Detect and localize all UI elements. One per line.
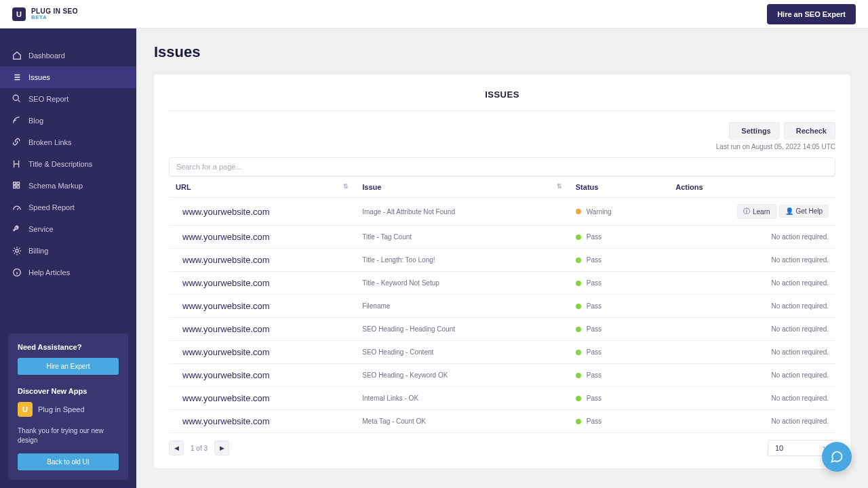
status-label: Warning [587,208,612,216]
actions-cell: No action required. [669,341,835,364]
table-row: www.yourwebsite.comMeta Tag - Count OKPa… [169,410,835,433]
status-label: Pass [587,348,601,356]
sidebar-card: Need Assistance? Hire an Expert Discover… [8,333,128,480]
last-run-text: Last run on August 05, 2022 14:05 UTC [169,143,835,150]
action-text: No action required. [772,233,829,241]
table-row: www.yourwebsite.comImage - Alt Attribute… [169,198,835,226]
toolbar: Settings Recheck [169,122,835,140]
issue-cell: SEO Heading - Keyword OK [355,364,569,387]
sidebar-item-label: Billing [28,247,48,255]
status-cell: Pass [576,394,662,402]
recheck-label: Recheck [796,127,827,135]
sidebar-item-blog[interactable]: Blog [0,110,136,131]
next-page-button[interactable]: ▶ [214,441,229,455]
url-cell: www.yourwebsite.com [169,249,355,272]
status-dot-icon [576,304,581,309]
url-cell: www.yourwebsite.com [169,318,355,341]
sidebar-item-label: Speed Report [28,203,75,211]
sidebar-item-speed-report[interactable]: Speed Report [0,197,136,218]
url-cell: www.yourwebsite.com [169,364,355,387]
col-actions: Actions [669,177,835,198]
status-dot-icon [576,281,581,286]
action-text: No action required. [772,302,829,310]
search-input[interactable] [169,157,835,176]
chat-fab[interactable] [822,442,852,472]
hire-expert-sidebar-button[interactable]: Hire an Expert [18,358,119,375]
svg-point-0 [13,95,18,100]
issue-cell: Title - Keyword Not Setup [355,272,569,295]
gauge-icon [12,203,22,212]
status-label: Pass [587,325,601,333]
search-icon [12,94,22,104]
recheck-button[interactable]: Recheck [784,122,835,140]
logo[interactable]: U PLUG IN SEO BETA [12,7,78,21]
sidebar-item-label: Title & Descriptions [28,160,92,168]
sidebar-item-label: Dashboard [28,52,65,60]
url-cell: www.yourwebsite.com [169,226,355,249]
main: Issues ISSUES Settings Recheck Last run … [136,28,868,488]
status-label: Pass [587,233,601,241]
status-cell: Pass [576,256,662,264]
status-dot-icon [576,396,581,401]
issue-cell: Internal Links - OK [355,387,569,410]
sidebar-item-help-articles[interactable]: Help Articles [0,262,136,283]
learn-button[interactable]: ⓘLearn [737,204,776,219]
col-url[interactable]: URL [169,177,355,198]
issues-table: URL Issue Status Actions www.yourwebsite… [169,176,835,433]
gear-icon [12,246,22,256]
wrench-icon [12,224,22,234]
actions-cell: No action required. [669,410,835,433]
settings-button[interactable]: Settings [729,122,779,140]
app-icon: U [18,402,33,417]
url-cell: www.yourwebsite.com [169,198,355,226]
discover-app-row[interactable]: U Plug in Speed [18,402,119,417]
table-row: www.yourwebsite.comTitle - Tag CountPass… [169,226,835,249]
prev-page-button[interactable]: ◀ [169,441,184,455]
status-dot-icon [576,419,581,424]
logo-badge: U [12,7,26,21]
home-icon [12,51,22,60]
status-cell: Pass [576,371,662,379]
status-cell: Pass [576,325,662,333]
status-cell: Pass [576,418,662,425]
page-title: Issues [154,43,850,61]
actions-cell: No action required. [669,364,835,387]
sidebar-item-broken-links[interactable]: Broken Links [0,131,136,153]
sidebar-item-issues[interactable]: Issues [0,66,136,88]
sidebar-item-seo-report[interactable]: SEO Report [0,88,136,110]
table-row: www.yourwebsite.comTitle - Length: Too L… [169,249,835,272]
actions-cell: No action required. [669,295,835,318]
issue-cell: Title - Tag Count [355,226,569,249]
sidebar-item-service[interactable]: Service [0,218,136,240]
sidebar-item-billing[interactable]: Billing [0,240,136,262]
sidebar-item-dashboard[interactable]: Dashboard [0,45,136,66]
gethelp-button[interactable]: 👤Get Help [779,205,829,218]
user-icon: 👤 [785,207,793,215]
action-text: No action required. [772,279,829,287]
grid-icon [12,181,22,190]
sidebar: DashboardIssuesSEO ReportBlogBroken Link… [0,28,136,488]
logo-subtitle: BETA [31,15,78,20]
sidebar-item-title-descriptions[interactable]: Title & Descriptions [0,153,136,175]
hire-expert-button[interactable]: Hire an SEO Expert [767,4,856,24]
status-cell: Pass [576,233,662,241]
actions-cell: No action required. [669,318,835,341]
status-label: Pass [587,279,601,287]
thanks-text: Thank you for trying our new design [18,426,119,445]
action-text: No action required. [772,418,829,425]
issue-cell: Filename [355,295,569,318]
back-to-old-ui-button[interactable]: Back to old UI [18,453,119,470]
sidebar-item-label: Broken Links [28,138,72,146]
status-label: Pass [587,418,601,425]
url-cell: www.yourwebsite.com [169,341,355,364]
rss-icon [12,116,22,125]
sidebar-item-label: Schema Markup [28,182,83,190]
status-label: Pass [587,302,601,310]
col-issue[interactable]: Issue [355,177,569,198]
actions-cell: ⓘLearn👤Get Help [669,198,835,226]
status-dot-icon [576,327,581,332]
status-dot-icon [576,258,581,263]
sidebar-item-label: Blog [28,117,43,125]
issue-cell: Image - Alt Attribute Not Found [355,198,569,226]
sidebar-item-schema-markup[interactable]: Schema Markup [0,175,136,197]
